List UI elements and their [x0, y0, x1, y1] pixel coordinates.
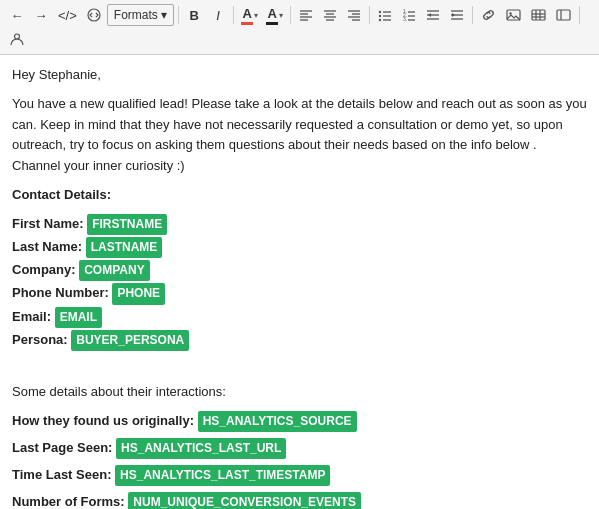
svg-marker-32 — [452, 13, 455, 17]
bold-button[interactable]: B — [183, 4, 205, 26]
field-firstname: First Name: FIRSTNAME — [12, 214, 587, 235]
link-button[interactable] — [477, 4, 500, 26]
align-center-button[interactable] — [319, 4, 341, 26]
greeting: Hey Stephanie, — [12, 65, 587, 86]
text-color-button[interactable]: A ▾ — [263, 4, 286, 26]
field-email: Email: EMAIL — [12, 307, 587, 328]
outdent-button[interactable] — [422, 4, 444, 26]
table-button[interactable] — [527, 4, 550, 26]
list-bullet-button[interactable] — [374, 4, 396, 26]
field-company: Company: COMPANY — [12, 260, 587, 281]
list-ordered-button[interactable]: 1.2.3. — [398, 4, 420, 26]
source-button[interactable] — [83, 4, 105, 26]
field-lastname: Last Name: LASTNAME — [12, 237, 587, 258]
font-color-button[interactable]: A ▾ — [238, 4, 261, 26]
indent-button[interactable] — [446, 4, 468, 26]
field-last-url: Last Page Seen: HS_ANALYTICS_LAST_URL — [12, 438, 587, 459]
svg-text:3.: 3. — [403, 16, 407, 22]
code-button[interactable]: </> — [54, 4, 81, 26]
interaction-fields: How they found us originally: HS_ANALYTI… — [12, 411, 587, 510]
formats-button[interactable]: Formats ▾ — [107, 4, 174, 26]
editor-content[interactable]: Hey Stephanie, You have a new qualified … — [0, 55, 599, 509]
svg-point-17 — [379, 19, 381, 21]
interactions-intro: Some details about their interactions: — [12, 382, 587, 403]
svg-point-42 — [15, 34, 20, 39]
field-persona: Persona: BUYER_PERSONA — [12, 330, 587, 351]
separator-1 — [178, 6, 179, 24]
svg-point-15 — [379, 15, 381, 17]
field-source: How they found us originally: HS_ANALYTI… — [12, 411, 587, 432]
intro-paragraph: You have a new qualified lead! Please ta… — [12, 94, 587, 177]
italic-button[interactable]: I — [207, 4, 229, 26]
align-right-button[interactable] — [343, 4, 365, 26]
field-num-forms: Number of Forms: NUM_UNIQUE_CONVERSION_E… — [12, 492, 587, 509]
separator-3 — [290, 6, 291, 24]
svg-rect-35 — [532, 10, 545, 20]
svg-point-34 — [509, 12, 511, 14]
svg-marker-28 — [428, 13, 431, 17]
redo-button[interactable]: → — [30, 4, 52, 26]
field-last-timestamp: Time Last Seen: HS_ANALYTICS_LAST_TIMEST… — [12, 465, 587, 486]
align-left-button[interactable] — [295, 4, 317, 26]
separator-6 — [579, 6, 580, 24]
editor-container: ← → </> Formats ▾ B I A ▾ A — [0, 0, 599, 509]
embed-button[interactable] — [552, 4, 575, 26]
separator-2 — [233, 6, 234, 24]
image-button[interactable] — [502, 4, 525, 26]
svg-point-13 — [379, 11, 381, 13]
svg-rect-40 — [557, 10, 570, 20]
spacer-1 — [12, 353, 587, 374]
font-color-icon: A — [241, 6, 253, 25]
field-phone: Phone Number: PHONE — [12, 283, 587, 304]
separator-5 — [472, 6, 473, 24]
text-color-icon: A — [266, 6, 278, 25]
person-button[interactable] — [6, 28, 28, 50]
toolbar: ← → </> Formats ▾ B I A ▾ A — [0, 0, 599, 55]
separator-4 — [369, 6, 370, 24]
undo-button[interactable]: ← — [6, 4, 28, 26]
contact-details-heading: Contact Details: — [12, 185, 587, 206]
contact-fields: First Name: FIRSTNAME Last Name: LASTNAM… — [12, 214, 587, 351]
